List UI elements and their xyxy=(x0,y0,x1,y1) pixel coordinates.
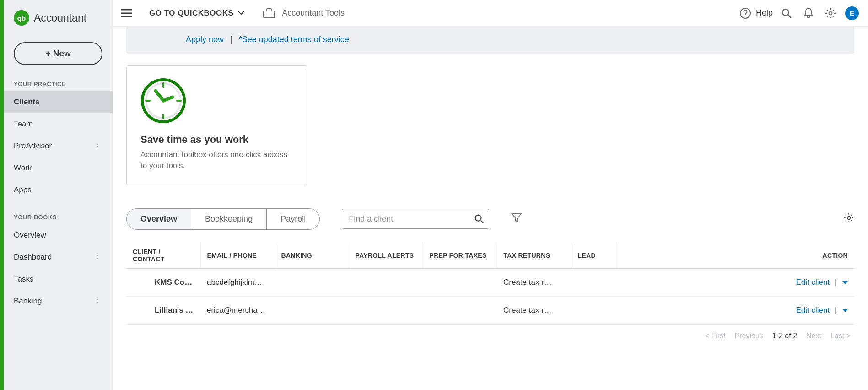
hamburger-icon xyxy=(121,9,132,17)
toolbox-card: Save time as you work Accountant toolbox… xyxy=(126,65,307,185)
edit-client-link[interactable]: Edit client xyxy=(796,306,830,314)
th-prep[interactable]: PREP FOR TAXES xyxy=(423,243,497,269)
tab-overview[interactable]: Overview xyxy=(127,209,191,229)
pager-last[interactable]: Last > xyxy=(830,332,851,340)
cell-returns[interactable]: Create tax r… xyxy=(497,296,571,324)
tab-payroll[interactable]: Payroll xyxy=(267,209,319,229)
accountant-tools-label: Accountant Tools xyxy=(282,8,345,18)
cell-banking xyxy=(275,296,349,324)
cell-email: erica@mercha… xyxy=(200,296,275,324)
view-tabs: Overview Bookkeeping Payroll xyxy=(126,208,320,230)
th-banking[interactable]: BANKING xyxy=(275,243,349,269)
content: Apply now | *See updated terms of servic… xyxy=(113,27,868,390)
cell-banking xyxy=(275,268,349,296)
help-label: Help xyxy=(756,8,773,18)
search-input[interactable] xyxy=(349,214,474,224)
sidebar-item-label: Clients xyxy=(14,98,40,107)
accountant-tools-button[interactable]: Accountant Tools xyxy=(263,7,345,19)
pagination: < First Previous 1-2 of 2 Next Last > xyxy=(126,325,854,349)
th-lead[interactable]: LEAD xyxy=(571,243,617,269)
pager-prev[interactable]: Previous xyxy=(735,332,763,340)
th-action: ACTION xyxy=(617,243,854,269)
chevron-down-icon xyxy=(238,11,244,15)
table-settings-button[interactable] xyxy=(843,212,854,225)
svg-point-8 xyxy=(829,11,832,15)
pager-first[interactable]: < First xyxy=(705,332,726,340)
svg-line-19 xyxy=(481,221,484,223)
cell-client[interactable]: KMS Co… xyxy=(126,268,200,296)
go-to-quickbooks-menu[interactable]: GO TO QUICKBOOKS xyxy=(149,9,244,18)
gear-icon xyxy=(825,7,836,19)
sidebar-item-dashboard[interactable]: Dashboard 〉 xyxy=(4,246,113,268)
pager-range: 1-2 of 2 xyxy=(772,332,797,340)
divider: | xyxy=(835,278,836,287)
sidebar-item-proadvisor[interactable]: ProAdvisor 〉 xyxy=(4,135,113,157)
action-menu-caret-icon[interactable] xyxy=(842,309,848,312)
sidebar-item-apps[interactable]: Apps xyxy=(4,179,113,201)
cell-returns[interactable]: Create tax r… xyxy=(497,268,571,296)
action-menu-caret-icon[interactable] xyxy=(842,281,848,284)
funnel-icon xyxy=(511,212,522,223)
card-title: Save time as you work xyxy=(140,134,293,146)
clock-icon xyxy=(140,78,186,124)
table-header-row: CLIENT / CONTACT EMAIL / PHONE BANKING P… xyxy=(126,243,854,269)
chevron-right-icon: 〉 xyxy=(96,253,102,261)
chevron-right-icon: 〉 xyxy=(96,142,102,150)
sidebar-item-label: Apps xyxy=(14,185,32,195)
svg-point-5 xyxy=(745,15,746,16)
gear-icon xyxy=(843,212,854,223)
terms-link[interactable]: *See updated terms of service xyxy=(239,35,349,44)
bell-icon xyxy=(803,7,814,19)
clients-table: CLIENT / CONTACT EMAIL / PHONE BANKING P… xyxy=(126,243,854,325)
search-icon xyxy=(781,8,792,19)
cell-client[interactable]: Lillian's … xyxy=(126,296,200,324)
promo-banner: Apply now | *See updated terms of servic… xyxy=(126,27,854,54)
avatar[interactable]: E xyxy=(845,6,859,20)
sidebar-item-clients[interactable]: Clients xyxy=(4,91,113,113)
brand-text: Accountant xyxy=(34,12,86,24)
search-icon xyxy=(474,214,484,224)
search-button[interactable] xyxy=(776,2,798,24)
th-client[interactable]: CLIENT / CONTACT xyxy=(126,243,200,269)
filter-button[interactable] xyxy=(511,212,522,225)
notifications-button[interactable] xyxy=(798,2,819,24)
sidebar-item-team[interactable]: Team xyxy=(4,113,113,135)
tab-bookkeeping[interactable]: Bookkeeping xyxy=(191,209,267,229)
help-button[interactable]: Help xyxy=(739,7,773,19)
sidebar-item-label: Tasks xyxy=(14,275,33,284)
sidebar-item-label: Team xyxy=(14,119,33,129)
svg-rect-2 xyxy=(121,16,132,17)
th-returns[interactable]: TAX RETURNS xyxy=(497,243,571,269)
sidebar-item-work[interactable]: Work xyxy=(4,157,113,179)
sidebar-item-tasks[interactable]: Tasks xyxy=(4,268,113,290)
cell-action: Edit client | xyxy=(617,268,854,296)
nav-section-practice: YOUR PRACTICE xyxy=(4,76,113,91)
qb-logo-icon: qb xyxy=(14,10,29,26)
cell-prep xyxy=(423,268,497,296)
brand-logo[interactable]: qb Accountant xyxy=(4,5,113,34)
sidebar: qb Accountant + New YOUR PRACTICE Client… xyxy=(4,0,113,390)
apply-now-link[interactable]: Apply now xyxy=(186,35,224,44)
svg-point-20 xyxy=(847,217,850,219)
divider: | xyxy=(230,35,232,44)
hamburger-button[interactable] xyxy=(116,3,136,23)
accent-strip xyxy=(0,0,4,390)
new-button[interactable]: + New xyxy=(14,42,102,65)
cell-payroll xyxy=(349,268,423,296)
pager-next[interactable]: Next xyxy=(806,332,821,340)
sidebar-item-banking[interactable]: Banking 〉 xyxy=(4,290,113,312)
svg-rect-0 xyxy=(121,9,132,11)
settings-button[interactable] xyxy=(819,2,841,24)
client-search[interactable] xyxy=(342,209,489,229)
th-email[interactable]: EMAIL / PHONE xyxy=(200,243,275,269)
svg-rect-3 xyxy=(264,11,275,18)
divider: | xyxy=(835,306,836,314)
table-row[interactable]: KMS Co… abcdefghijklm… Create tax r… Edi… xyxy=(126,268,854,296)
table-row[interactable]: Lillian's … erica@mercha… Create tax r… … xyxy=(126,296,854,324)
edit-client-link[interactable]: Edit client xyxy=(796,278,830,287)
th-payroll[interactable]: PAYROLL ALERTS xyxy=(349,243,423,269)
sidebar-item-label: Banking xyxy=(14,297,42,306)
topbar: GO TO QUICKBOOKS Accountant Tools Help E xyxy=(113,0,868,27)
chevron-right-icon: 〉 xyxy=(96,297,102,305)
sidebar-item-overview[interactable]: Overview xyxy=(4,224,113,246)
